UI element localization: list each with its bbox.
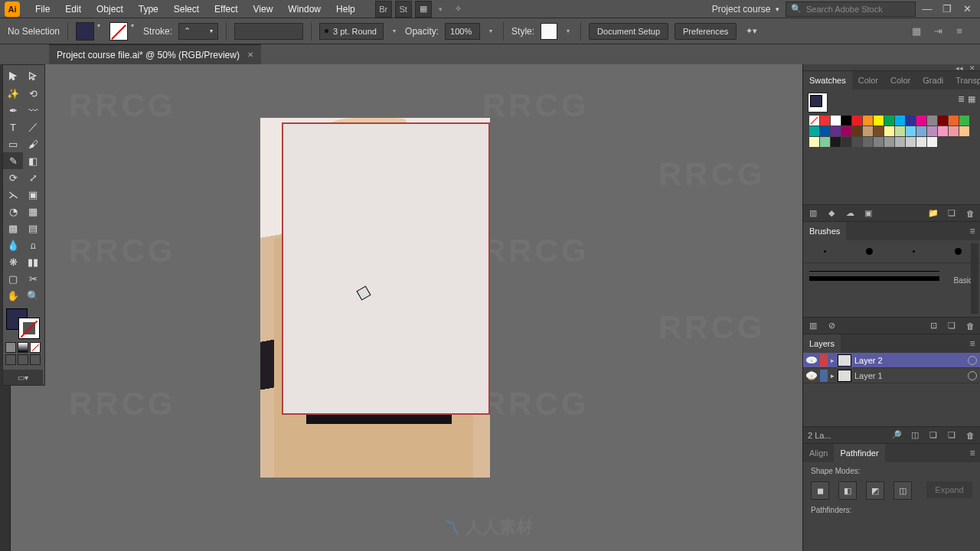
exclude-button[interactable]: ◫ — [893, 481, 912, 500]
brush-def-field[interactable]: 3 pt. Round — [319, 23, 384, 40]
swatch[interactable] — [831, 116, 841, 126]
workspace-switcher[interactable]: Project course ▾ — [706, 4, 786, 15]
options-icon[interactable]: ≡ — [952, 24, 966, 38]
grid-icon[interactable]: ▦ — [910, 24, 923, 38]
swatch[interactable] — [831, 126, 841, 136]
swatch[interactable] — [884, 126, 894, 136]
new-layer-icon[interactable]: ❏ — [946, 430, 957, 441]
fill-stroke-indicator[interactable] — [3, 307, 43, 341]
blend-tool[interactable]: ⩍ — [23, 236, 43, 253]
canvas[interactable]: 〽人人素材 — [46, 64, 801, 551]
new-color-group-icon[interactable]: ▣ — [863, 208, 874, 219]
pathfinder-panel-menu[interactable]: ≡ — [965, 448, 980, 458]
document-tab[interactable]: Project course file.ai* @ 50% (RGB/Previ… — [49, 44, 261, 64]
menu-effect[interactable]: Effect — [207, 0, 245, 18]
swatch[interactable] — [949, 116, 959, 126]
gpu-icon[interactable]: ✧ — [450, 1, 467, 18]
snap-icon[interactable]: ⇥ — [931, 24, 945, 38]
gradient-tool[interactable]: ▤ — [23, 220, 43, 236]
artboard-tool[interactable]: ▢ — [3, 270, 23, 287]
selection-tool[interactable] — [3, 68, 23, 85]
document-setup-button[interactable]: Document Setup — [589, 23, 668, 40]
visibility-toggle[interactable]: 👁 — [806, 357, 817, 364]
swatch[interactable] — [863, 137, 873, 147]
unite-button[interactable]: ◼ — [811, 481, 829, 500]
target-icon[interactable] — [968, 371, 977, 380]
menu-file[interactable]: File — [28, 0, 57, 18]
menu-type[interactable]: Type — [131, 0, 166, 18]
layers-panel-menu[interactable]: ≡ — [965, 338, 980, 349]
swatch[interactable] — [906, 137, 916, 147]
free-transform-tool[interactable]: ▣ — [23, 186, 43, 203]
swatch[interactable] — [863, 126, 873, 136]
swatch[interactable] — [874, 137, 884, 147]
swatch[interactable] — [841, 116, 851, 126]
brush-dropdown[interactable]: ▾ — [390, 28, 399, 34]
swatch[interactable] — [959, 126, 969, 136]
minus-front-button[interactable]: ◧ — [838, 481, 857, 500]
menu-edit[interactable]: Edit — [57, 0, 89, 18]
swatch[interactable] — [906, 116, 916, 126]
visibility-toggle[interactable]: 👁 — [806, 372, 817, 379]
scale-tool[interactable]: ⤢ — [23, 169, 43, 186]
swatch-kind-icon[interactable]: ◆ — [826, 208, 837, 219]
menu-object[interactable]: Object — [89, 0, 131, 18]
tab-transparency[interactable]: Transp — [949, 71, 980, 90]
swatch[interactable] — [831, 137, 841, 147]
intersect-button[interactable]: ◩ — [866, 481, 884, 500]
search-stock-field[interactable]: 🔍 Search Adobe Stock — [786, 2, 916, 17]
new-swatch-icon[interactable]: ❏ — [946, 208, 957, 219]
new-folder-icon[interactable]: 📁 — [928, 208, 939, 219]
swatch[interactable] — [916, 116, 926, 126]
tab-layers[interactable]: Layers — [803, 334, 841, 353]
mesh-tool[interactable]: ▩ — [3, 220, 23, 236]
style-dropdown[interactable]: ▾ — [564, 28, 573, 34]
swatch[interactable] — [895, 137, 905, 147]
swatch[interactable] — [884, 116, 894, 126]
curvature-tool[interactable]: 〰 — [23, 102, 43, 119]
swatch-grid-view-icon[interactable]: ▦ — [968, 94, 975, 104]
tab-align[interactable]: Align — [803, 444, 834, 462]
tab-colorguide[interactable]: Color — [884, 71, 916, 90]
hand-tool[interactable]: ✋ — [3, 287, 23, 304]
line-tool[interactable]: ／ — [23, 119, 43, 135]
zoom-tool[interactable]: 🔍 — [23, 287, 43, 304]
brush-basic-line[interactable] — [809, 271, 939, 272]
tab-swatches[interactable]: Swatches — [803, 71, 852, 90]
pen-tool[interactable]: ✒ — [3, 102, 23, 119]
perspective-grid-tool[interactable]: ▦ — [23, 203, 43, 220]
swatch[interactable] — [852, 126, 862, 136]
dock-grip[interactable]: ◂◂ ✕ — [803, 64, 980, 70]
swatch-fillstroke-icon[interactable] — [808, 93, 828, 112]
swatch[interactable] — [820, 126, 830, 136]
layer-row[interactable]: 👁 ▸ Layer 2 — [803, 353, 980, 368]
stock-icon[interactable]: St — [395, 1, 412, 18]
menu-window[interactable]: Window — [280, 0, 328, 18]
tab-brushes[interactable]: Brushes — [803, 222, 846, 240]
eraser-tool[interactable]: ◧ — [23, 152, 43, 169]
new-sublayer-icon[interactable]: ❏ — [928, 430, 939, 441]
swatch[interactable] — [916, 137, 926, 147]
menu-help[interactable]: Help — [328, 0, 363, 18]
bridge-icon[interactable]: Br — [375, 1, 392, 18]
slice-tool[interactable]: ✂ — [23, 270, 43, 287]
type-tool[interactable]: T — [3, 119, 23, 135]
menu-view[interactable]: View — [246, 0, 281, 18]
new-brush-icon[interactable]: ❏ — [946, 321, 957, 331]
screen-mode-button[interactable]: ▭▾ — [3, 370, 43, 385]
align-to-icon[interactable]: ✦▾ — [743, 26, 760, 36]
layer-name[interactable]: Layer 2 — [854, 356, 883, 365]
arrange-dropdown[interactable]: ▾ — [433, 5, 449, 13]
pencil-tool[interactable]: ✎ — [3, 152, 23, 169]
fill-swatch[interactable]: ▾ — [76, 22, 103, 41]
delete-layer-icon[interactable]: 🗑 — [965, 430, 975, 441]
swatch[interactable] — [852, 137, 862, 147]
expand-layer-icon[interactable]: ▸ — [831, 357, 835, 364]
stroke-swatch[interactable]: ▾ — [109, 22, 137, 41]
menu-select[interactable]: Select — [166, 0, 207, 18]
swatch[interactable] — [938, 116, 948, 126]
swatch[interactable] — [895, 126, 905, 136]
expand-button[interactable]: Expand — [926, 481, 972, 498]
brushes-panel-menu[interactable]: ≡ — [965, 226, 980, 236]
delete-brush-icon[interactable]: 🗑 — [965, 321, 975, 331]
